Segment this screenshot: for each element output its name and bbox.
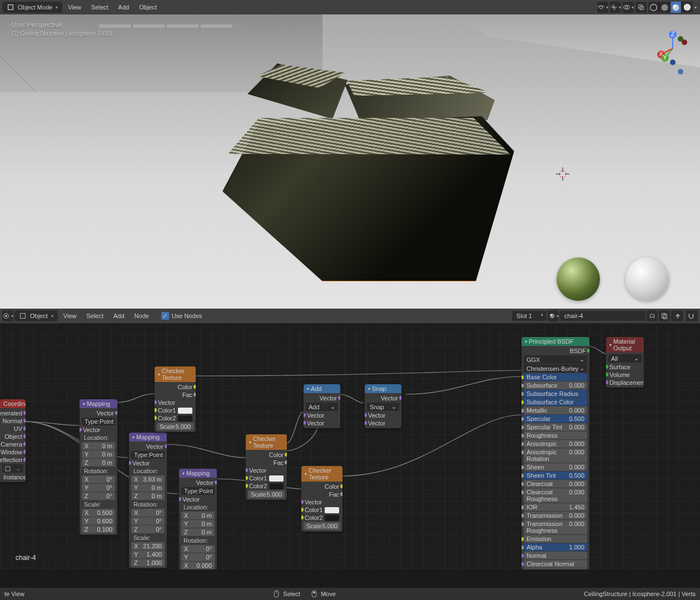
socket-color-out[interactable]: Color — [155, 383, 196, 391]
bsdf-emission[interactable]: Emission — [524, 535, 587, 543]
use-nodes-checkbox[interactable]: ✓ — [161, 312, 169, 320]
snap-button[interactable] — [686, 310, 697, 321]
rot-x[interactable]: X0° — [82, 475, 115, 483]
fake-user-button[interactable] — [647, 310, 658, 321]
axis-gizmo[interactable]: Z X Y — [656, 31, 690, 66]
socket-color1[interactable]: Color1 — [155, 406, 196, 414]
node-header[interactable]: ▾Checker Texture — [155, 366, 196, 382]
socket-color2[interactable]: Color2 — [301, 514, 342, 522]
socket-vector-out[interactable]: Vector — [129, 443, 167, 450]
bsdf-metallic[interactable]: Metallic0.000 — [524, 406, 587, 414]
type-dropdown[interactable]: Type:Point — [131, 451, 165, 459]
scale-field[interactable]: Scale5.000 — [248, 490, 285, 498]
socket-object[interactable]: Object — [0, 433, 26, 440]
node-menu-view[interactable]: View — [59, 311, 81, 321]
scl-x-hidden[interactable]: X0.000 — [181, 562, 215, 569]
editor-type-selector[interactable]: ▾ — [2, 310, 13, 321]
overlay-toggle[interactable]: ▾ — [623, 2, 634, 13]
loc-y[interactable]: Y0 m — [131, 484, 165, 492]
node-header[interactable]: ▾Mapping — [179, 469, 217, 478]
socket-color2[interactable]: Color2 — [246, 482, 287, 490]
menu-select[interactable]: Select — [87, 2, 113, 12]
xray-toggle[interactable] — [636, 2, 647, 13]
node-texture-coordinate[interactable]: Coordinate Generated Normal UV Object Ca… — [0, 399, 26, 482]
node-header[interactable]: ▾Material Output — [606, 337, 644, 353]
nav-dot[interactable] — [678, 69, 683, 75]
gizmo-toggle[interactable]: ▾ — [610, 2, 621, 13]
node-checker-1[interactable]: ▾Checker Texture Color Fac Vector Color1… — [155, 366, 196, 432]
scl-x[interactable]: X21.200 — [131, 542, 165, 550]
bsdf-specular-tint[interactable]: Specular Tint0.000 — [524, 423, 587, 431]
scl-z[interactable]: Z0.100 — [82, 525, 115, 533]
node-header[interactable]: ▾Snap — [365, 384, 401, 393]
node-editor-canvas[interactable]: Coordinate Generated Normal UV Object Ca… — [0, 323, 700, 569]
bsdf-transmission[interactable]: Transmission0.000 — [524, 512, 587, 519]
loc-y[interactable]: Y0 m — [181, 520, 215, 528]
shading-solid[interactable] — [659, 2, 671, 13]
bsdf-anisotropic[interactable]: Anisotropic0.000 — [524, 440, 587, 448]
rot-x[interactable]: X0° — [181, 545, 215, 553]
socket-color-out[interactable]: Color — [301, 483, 342, 490]
socket-vector-in[interactable]: Vector — [246, 467, 287, 474]
bsdf-clearcoat[interactable]: Clearcoat0.000 — [524, 480, 587, 488]
node-mapping-3[interactable]: ▾Mapping Vector Type:Point Vector Locati… — [179, 469, 217, 569]
node-header[interactable]: ▾Mapping — [129, 433, 167, 442]
bsdf-subsurface[interactable]: Subsurface0.000 — [524, 381, 587, 389]
scl-y[interactable]: Y0.600 — [82, 517, 115, 525]
rot-z[interactable]: Z0° — [82, 492, 115, 500]
type-dropdown[interactable]: Type:Point — [82, 418, 115, 425]
visibility-toggle[interactable]: ▾ — [597, 2, 608, 13]
distribution-dropdown[interactable]: GGX⌄ — [524, 355, 587, 364]
socket-fac-out[interactable]: Fac — [155, 391, 196, 399]
bsdf-tangent[interactable]: Tangent — [524, 568, 587, 569]
node-header[interactable]: ▾Checker Texture — [301, 466, 342, 482]
menu-object[interactable]: Object — [135, 2, 161, 12]
bsdf-subsurface-color[interactable]: Subsurface Color — [524, 398, 587, 406]
socket-generated[interactable]: Generated — [0, 409, 26, 417]
socket-fac-out[interactable]: Fac — [246, 459, 287, 467]
material-browse[interactable]: ▾ — [548, 310, 559, 321]
socket-surface[interactable]: Surface — [606, 363, 644, 371]
socket-bsdf-out[interactable]: BSDF — [522, 347, 589, 355]
rot-y[interactable]: Y0° — [82, 484, 115, 492]
loc-x[interactable]: X0 m — [82, 442, 115, 450]
bsdf-clearcoat-normal[interactable]: Clearcoat Normal — [524, 560, 587, 568]
bsdf-normal[interactable]: Normal — [524, 552, 587, 559]
socket-volume[interactable]: Volume — [606, 371, 644, 379]
node-mapping-2[interactable]: ▾Mapping Vector Type:Point Vector Locati… — [129, 433, 167, 568]
loc-z[interactable]: Z0 m — [131, 492, 165, 500]
socket-camera[interactable]: Camera — [0, 440, 26, 448]
node-header[interactable]: Coordinate — [0, 399, 26, 408]
socket-vector-out[interactable]: Vector — [365, 394, 401, 402]
material-name-input[interactable] — [560, 311, 646, 321]
bsdf-anisotropic-rotation[interactable]: Anisotropic Rotation0.000 — [524, 448, 587, 463]
socket-fac-out[interactable]: Fac — [301, 490, 342, 498]
bsdf-clearcoat-roughness[interactable]: Clearcoat Roughness0.030 — [524, 488, 587, 503]
bsdf-transmission-roughness[interactable]: Transmission Roughness0.000 — [524, 520, 587, 534]
rot-y[interactable]: Y0° — [181, 553, 215, 561]
loc-z[interactable]: Z0 m — [82, 459, 115, 467]
type-dropdown[interactable]: Type:Point — [181, 487, 215, 495]
node-vector-add[interactable]: ▾Add Vector Add⌄ Vector Vector — [304, 384, 340, 428]
bsdf-ior[interactable]: IOR1.450 — [524, 503, 587, 511]
bsdf-sheen-tint[interactable]: Sheen Tint0.500 — [524, 472, 587, 479]
socket-vector-in[interactable]: Vector — [129, 459, 167, 467]
shading-dropdown[interactable]: ▾ — [694, 5, 697, 10]
socket-vector-in[interactable]: Vector — [80, 426, 117, 434]
sss-method-dropdown[interactable]: Christensen-Burley⌄ — [524, 364, 587, 373]
scl-y[interactable]: Y1.400 — [131, 551, 165, 558]
socket-vector-in[interactable]: Vector — [179, 495, 217, 503]
socket-displacement[interactable]: Displacement — [606, 379, 644, 386]
node-menu-select[interactable]: Select — [82, 311, 108, 321]
mode-selector[interactable]: Object Mode ▾ — [2, 2, 62, 13]
object-picker[interactable]: ⌄ — [2, 464, 23, 473]
rot-y[interactable]: Y0° — [131, 517, 165, 525]
scale-field[interactable]: Scale5.000 — [157, 423, 193, 430]
bsdf-sheen[interactable]: Sheen0.000 — [524, 463, 587, 471]
socket-reflection[interactable]: Reflection — [0, 456, 26, 464]
rot-x[interactable]: X0° — [131, 509, 165, 517]
instancer-toggle[interactable]: Instancer — [0, 473, 26, 481]
node-menu-add[interactable]: Add — [109, 311, 129, 321]
menu-view[interactable]: View — [63, 2, 86, 12]
target-dropdown[interactable]: All⌄ — [608, 354, 642, 363]
